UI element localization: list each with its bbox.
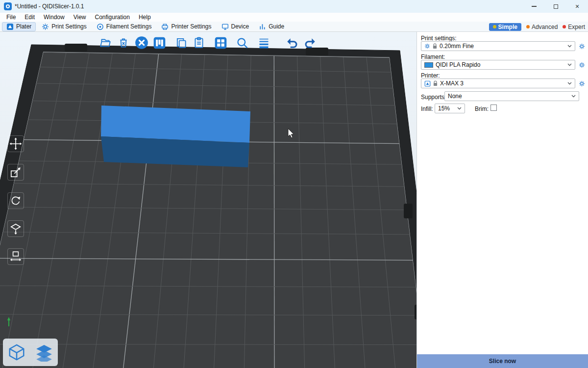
plater-icon [6, 23, 14, 30]
maximize-button[interactable] [545, 0, 566, 13]
place-on-face-button[interactable] [7, 220, 24, 237]
printer-combo[interactable]: X-MAX 3 [421, 79, 575, 88]
printer-label: Printer: [421, 72, 440, 79]
chevron-down-icon [567, 45, 572, 48]
search-icon [236, 36, 249, 50]
model-object[interactable] [101, 105, 250, 167]
filament-label: Filament: [421, 53, 445, 60]
tab-printer-settings[interactable]: Printer Settings [157, 23, 215, 31]
scale-button[interactable] [7, 164, 24, 181]
window-controls: × [523, 0, 588, 13]
app-icon [4, 2, 12, 10]
move-button[interactable] [7, 135, 24, 152]
split-objects-button[interactable] [213, 35, 228, 50]
arrange-button[interactable] [152, 35, 167, 50]
bed-notch-1 [404, 204, 413, 218]
infill-combo[interactable]: 15% [435, 104, 465, 113]
simple-mode-dot-icon [493, 25, 496, 28]
minimize-button[interactable] [523, 0, 545, 13]
titlebar: *Untitled - QIDISlicer-1.0.1 × [0, 0, 588, 13]
supports-value: None [448, 93, 569, 100]
tab-guide[interactable]: Guide [255, 23, 288, 31]
tab-filament-settings-label: Filament Settings [106, 23, 152, 30]
print-settings-value: 0.20mm Fine [440, 43, 565, 50]
gear-icon [579, 43, 585, 50]
menu-window[interactable]: Window [39, 14, 69, 21]
measure-button[interactable] [7, 248, 24, 265]
tab-device-label: Device [231, 23, 249, 30]
filament-color-swatch [424, 62, 433, 68]
open-button[interactable] [98, 35, 113, 50]
tab-plater[interactable]: Plater [2, 22, 36, 31]
slice-now-button[interactable]: Slice now [417, 354, 588, 368]
paste-icon [193, 36, 205, 49]
mode-selector: Simple Advanced Expert [489, 22, 585, 31]
tab-device[interactable]: Device [218, 23, 253, 31]
mode-simple-label: Simple [498, 24, 517, 30]
variable-layer-height-button[interactable] [256, 35, 271, 50]
delete-button[interactable] [116, 35, 131, 50]
gear-icon [579, 62, 585, 68]
trash-icon [117, 36, 130, 49]
bed-scene [0, 32, 416, 368]
mode-simple[interactable]: Simple [489, 23, 521, 31]
print-settings-gear-button[interactable] [578, 43, 586, 50]
menubar: File Edit Window View Configuration Help [0, 13, 588, 22]
supports-combo[interactable]: None [444, 91, 579, 101]
rotate-button[interactable] [7, 192, 24, 209]
sliced-layers-preview-icon [35, 343, 53, 362]
close-button[interactable]: × [566, 0, 588, 13]
tab-filament-settings[interactable]: Filament Settings [93, 23, 156, 31]
redo-button[interactable] [303, 35, 318, 50]
editor-view-button[interactable] [6, 342, 27, 363]
filament-combo[interactable]: QIDI PLA Rapido [421, 60, 575, 70]
delete-all-icon [135, 36, 148, 50]
menu-edit[interactable]: Edit [20, 14, 39, 21]
chevron-down-icon [567, 82, 572, 85]
menu-configuration[interactable]: Configuration [91, 14, 134, 21]
minimize-icon [532, 6, 537, 7]
menu-help[interactable]: Help [134, 14, 155, 21]
chevron-down-icon [457, 107, 462, 110]
filament-gear-button[interactable] [578, 61, 586, 69]
preview-view-button[interactable] [33, 342, 55, 363]
copy-button[interactable] [174, 35, 189, 50]
chevron-down-icon [567, 63, 572, 66]
menu-view[interactable]: View [69, 14, 91, 21]
print-settings-combo[interactable]: 0.20mm Fine [421, 41, 575, 51]
settings-panel: Print settings: 0.20mm Fine Filament: QI… [416, 32, 588, 368]
bed-clip-left [65, 44, 87, 52]
rotate-icon [9, 194, 22, 207]
tab-plater-label: Plater [16, 23, 31, 30]
printer-gear-button[interactable] [578, 80, 586, 87]
chevron-down-icon [571, 95, 576, 98]
printer-value: X-MAX 3 [440, 80, 565, 87]
tab-print-settings[interactable]: Print Settings [38, 23, 90, 31]
place-on-face-icon [9, 222, 22, 235]
brim-checkbox[interactable] [490, 105, 497, 111]
tab-print-settings-label: Print Settings [51, 23, 86, 30]
filament-settings-icon [97, 23, 104, 30]
3d-viewport[interactable] [0, 32, 416, 368]
menu-file[interactable]: File [2, 14, 20, 21]
mode-advanced-label: Advanced [532, 24, 558, 30]
supports-label: Supports: [421, 94, 446, 101]
view-toolbar [3, 339, 58, 366]
redo-icon [304, 36, 318, 50]
undo-button[interactable] [284, 35, 299, 50]
split-objects-icon [214, 36, 227, 50]
tabbar: Plater Print Settings Filament Settings … [0, 22, 588, 32]
print-settings-label: Print settings: [421, 35, 457, 42]
paste-button[interactable] [192, 35, 206, 50]
lock-icon [433, 43, 437, 49]
advanced-mode-dot-icon [526, 25, 530, 28]
filament-value: QIDI PLA Rapido [436, 61, 565, 68]
copy-icon [175, 36, 188, 49]
search-button[interactable] [235, 35, 249, 50]
gear-icon [424, 43, 430, 49]
print-settings-icon [42, 23, 49, 30]
mode-advanced[interactable]: Advanced [526, 24, 558, 30]
tab-printer-settings-label: Printer Settings [171, 23, 211, 30]
mode-expert[interactable]: Expert [563, 24, 585, 30]
delete-all-button[interactable] [134, 35, 149, 50]
